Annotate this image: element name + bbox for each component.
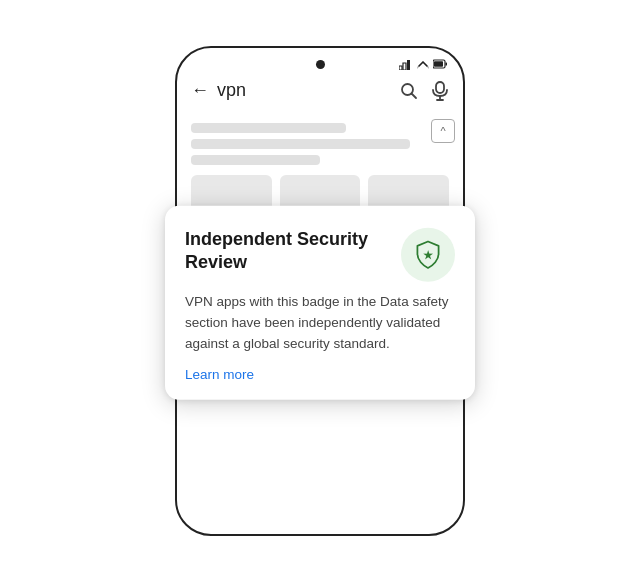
shield-badge: ★ [401,228,455,282]
shield-icon: ★ [413,240,443,270]
svg-rect-8 [436,82,444,93]
popup-header: Independent Security Review ★ [185,228,455,282]
svg-text:★: ★ [423,249,434,261]
svg-rect-4 [446,63,448,66]
battery-icon [433,59,447,69]
mic-icon[interactable] [431,81,449,101]
svg-marker-2 [407,60,410,70]
network-icon [417,58,429,70]
search-icon[interactable] [399,81,419,101]
search-actions [399,81,449,101]
phone-camera [316,60,325,69]
svg-marker-0 [399,66,402,70]
security-review-popup: Independent Security Review ★ VPN apps w… [165,206,475,400]
scene: ← vpn ^ [0,0,640,582]
svg-line-7 [412,93,417,98]
svg-rect-5 [434,61,443,67]
popup-title: Independent Security Review [185,228,389,275]
back-button[interactable]: ← [191,80,209,101]
phone-search-bar: ← vpn [177,76,463,109]
popup-body-text: VPN apps with this badge in the Data saf… [185,292,455,355]
placeholder-bar-3 [191,155,320,165]
learn-more-link[interactable]: Learn more [185,367,455,382]
placeholder-bar-1 [191,123,346,133]
scroll-up-button[interactable]: ^ [431,119,455,143]
svg-marker-1 [403,63,406,70]
signal-icon [399,58,413,70]
placeholder-bar-2 [191,139,410,149]
search-query: vpn [217,80,391,101]
phone-top-bar [177,48,463,76]
